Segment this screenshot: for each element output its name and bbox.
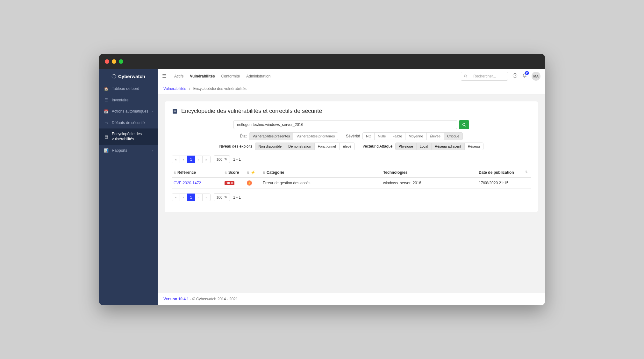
home-icon: 🏠 — [104, 87, 109, 91]
sort-icon[interactable]: ⇅ — [174, 171, 176, 174]
filter-exp-na[interactable]: Non disponible — [255, 143, 285, 150]
brand-name: Cyberwatch — [118, 74, 145, 79]
card: Encyclopédie des vulnérabilités et corre… — [165, 101, 538, 212]
global-search — [461, 72, 508, 81]
page-current[interactable]: 1 — [187, 194, 195, 201]
page-next[interactable]: › — [195, 194, 203, 201]
user-avatar[interactable]: MA — [532, 72, 540, 81]
filter-sev-low[interactable]: Faible — [389, 132, 405, 140]
notifications-button[interactable]: 2 — [522, 73, 527, 79]
card-title: Encyclopédie des vulnérabilités et corre… — [172, 108, 531, 114]
page-size-select[interactable]: 100 ⇅ — [214, 155, 230, 163]
page-prev[interactable]: ‹ — [180, 156, 187, 163]
cell-technology: windows_server_2016 — [381, 178, 477, 189]
breadcrumb-current: Encyclopédie des vulnérabilités — [193, 86, 247, 91]
col-score: Score — [228, 170, 239, 175]
app-window: Cyberwatch 🏠 Tableau de bord ☰ Inventair… — [99, 54, 545, 305]
svg-point-0 — [112, 74, 116, 78]
sidebar-item-inventory[interactable]: ☰ Inventaire — [99, 95, 158, 106]
cell-date: 17/08/2020 21:15 — [477, 178, 531, 189]
filter-sev-crit[interactable]: Critique — [444, 132, 463, 140]
sidebar-item-label: Encyclopédie des vulnérabilités — [112, 132, 153, 142]
sidebar-item-reports[interactable]: 📊 Rapports ‹ — [99, 145, 158, 157]
svg-point-1 — [464, 75, 466, 77]
filter-search-input[interactable] — [233, 120, 457, 129]
page-current[interactable]: 1 — [187, 156, 195, 163]
col-technologies: Technologies — [383, 170, 407, 175]
cve-link[interactable]: CVE-2020-1472 — [174, 181, 201, 185]
filter-exploit-level: Niveau des exploits Non disponible Démon… — [219, 143, 355, 150]
sidebar-item-label: Défauts de sécurité — [112, 121, 153, 126]
cell-category: Erreur de gestion des accès — [261, 178, 381, 189]
filter-search-button[interactable] — [459, 120, 469, 129]
page-next[interactable]: › — [195, 156, 203, 163]
filter-vec-physical[interactable]: Physique — [395, 143, 417, 150]
minimize-window-icon[interactable] — [112, 59, 116, 64]
filter-sev-med[interactable]: Moyenne — [405, 132, 426, 140]
filter-exp-high[interactable]: Élevé — [339, 143, 355, 150]
hamburger-icon[interactable]: ☰ — [162, 73, 168, 79]
page-first[interactable]: « — [172, 194, 180, 201]
notification-badge: 2 — [525, 71, 529, 75]
page-size-select[interactable]: 100 ⇅ — [214, 193, 230, 201]
sidebar-item-dashboard[interactable]: 🏠 Tableau de bord — [99, 83, 158, 95]
global-search-input[interactable] — [470, 72, 508, 81]
footer-version: Version 10.4.1 — [163, 297, 189, 301]
filter-vec-network[interactable]: Réseau — [464, 143, 483, 150]
chart-icon: 📊 — [104, 148, 109, 153]
col-category: Catégorie — [267, 170, 284, 175]
filter-sev-high[interactable]: Élevée — [426, 132, 444, 140]
nav-vulnerabilities[interactable]: Vulnérabilités — [190, 74, 215, 78]
page-last[interactable]: » — [202, 194, 211, 201]
table-row: CVE-2020-1472 10.0 ⚡ Erreur de gestion d… — [172, 178, 531, 189]
filter-exp-func[interactable]: Fonctionnel — [314, 143, 340, 150]
exploit-available-icon: ⚡ — [247, 180, 252, 186]
sort-icon[interactable]: ⇅ — [225, 171, 227, 174]
filter-sev-null[interactable]: Nulle — [374, 132, 389, 140]
filter-vec-adjacent[interactable]: Réseau adjacent — [431, 143, 465, 150]
filter-sev-nc[interactable]: NC — [362, 132, 375, 140]
sort-icon[interactable]: ⇅ — [263, 171, 265, 174]
filter-state-present[interactable]: Vulnérabilités présentes — [249, 132, 293, 140]
page-prev[interactable]: ‹ — [180, 194, 187, 201]
score-badge: 10.0 — [225, 181, 234, 185]
breadcrumb: Vulnérabilités / Encyclopédie des vulnér… — [158, 83, 545, 94]
filter-label: Vecteur d'Attaque — [362, 144, 392, 149]
page-first[interactable]: « — [172, 156, 180, 163]
svg-text:?: ? — [514, 74, 516, 77]
svg-line-2 — [466, 77, 467, 77]
filter-attack-vector: Vecteur d'Attaque Physique Local Réseau … — [362, 143, 483, 150]
search-icon — [462, 123, 466, 127]
sidebar-item-auto-actions[interactable]: 📅 Actions automatiques ‹ — [99, 106, 158, 117]
calendar-icon: 📅 — [104, 109, 109, 114]
book-icon: ▤ — [104, 135, 109, 139]
brand: Cyberwatch — [99, 69, 158, 83]
sidebar-item-encyclopedia[interactable]: ▤ Encyclopédie des vulnérabilités — [99, 128, 158, 145]
close-window-icon[interactable] — [105, 59, 109, 64]
card-title-text: Encyclopédie des vulnérabilités et corre… — [181, 108, 322, 114]
sort-icon[interactable]: ⇅ — [525, 170, 528, 173]
content: Encyclopédie des vulnérabilités et corre… — [158, 94, 545, 293]
filter-vec-local[interactable]: Local — [416, 143, 432, 150]
list-icon: ☰ — [104, 98, 109, 102]
filter-exp-demo[interactable]: Démonstration — [285, 143, 315, 150]
page-last[interactable]: » — [202, 156, 211, 163]
nav-assets[interactable]: Actifs — [174, 74, 183, 78]
filter-state-priority[interactable]: Vulnérabilités prioritaires — [293, 132, 338, 140]
nav-administration[interactable]: Administration — [246, 74, 270, 78]
breadcrumb-root[interactable]: Vulnérabilités — [163, 86, 186, 91]
results-table: ⇅Référence ⇅Score ⇅⚡ ⇅Catégorie Technolo… — [172, 168, 531, 189]
help-icon[interactable]: ? — [512, 73, 518, 79]
nav-compliance[interactable]: Conformité — [221, 74, 240, 78]
sort-icon[interactable]: ⇅ — [247, 171, 249, 174]
chevron-left-icon: ‹ — [152, 149, 153, 152]
main: ☰ Actifs Vulnérabilités Conformité Admin… — [158, 69, 545, 305]
select-caret-icon: ⇅ — [224, 195, 227, 199]
filter-label: État — [240, 134, 247, 138]
page-size-value: 100 — [217, 195, 222, 199]
maximize-window-icon[interactable] — [119, 59, 123, 64]
search-icon[interactable] — [461, 72, 470, 81]
sidebar-item-security-defaults[interactable]: ▭ Défauts de sécurité — [99, 117, 158, 129]
filter-search-row — [172, 120, 531, 129]
titlebar — [99, 54, 545, 69]
